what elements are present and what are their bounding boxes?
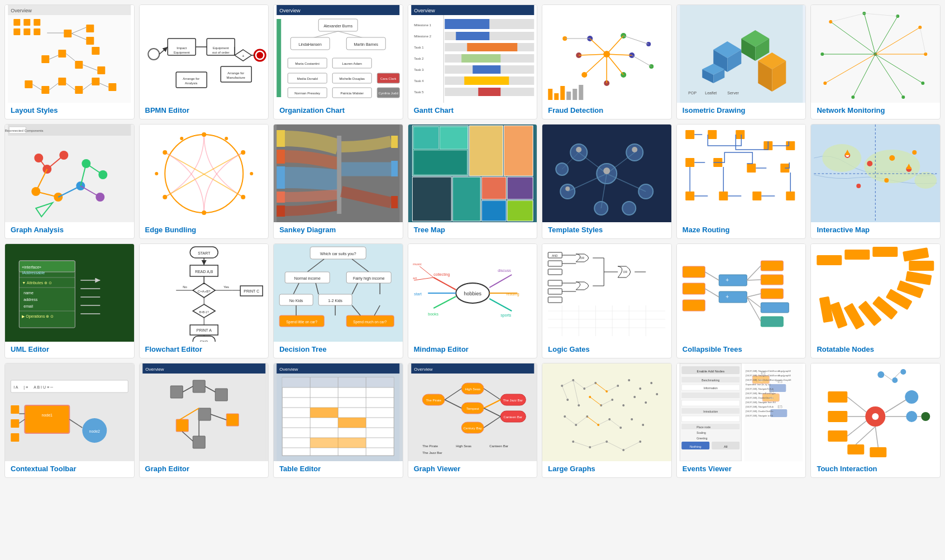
card-label: Contextual Toolbar — [5, 461, 134, 477]
svg-rect-3 — [13, 19, 20, 26]
svg-point-204 — [163, 195, 167, 199]
svg-text:Spend much on car?: Spend much on car? — [353, 320, 386, 324]
svg-point-279 — [885, 178, 889, 183]
card-flowchart-editor[interactable]: START READ A,B C=A+B? Yes No B=B-1? PRIN… — [139, 243, 269, 358]
card-gantt-chart[interactable]: Overview Milestone 1 Milestone — [408, 4, 538, 119]
svg-rect-405 — [761, 261, 783, 271]
svg-point-203 — [163, 150, 167, 155]
svg-text:Yes: Yes — [223, 285, 229, 289]
svg-point-209 — [180, 137, 183, 140]
card-large-graphs[interactable]: Large Graphs — [542, 363, 672, 478]
svg-text:1-2 Kids: 1-2 Kids — [328, 299, 343, 303]
card-layout-styles[interactable]: Overview — [4, 4, 135, 119]
svg-text:Greeting: Greeting — [696, 437, 707, 440]
svg-rect-441 — [11, 419, 19, 428]
svg-rect-479 — [310, 408, 338, 418]
svg-text:▶ Operations ⊕ ⊙: ▶ Operations ⊕ ⊙ — [22, 314, 54, 319]
svg-point-242 — [623, 202, 636, 215]
svg-rect-442 — [11, 433, 19, 442]
svg-rect-454 — [198, 408, 211, 420]
card-graph-editor[interactable]: Overview Graph Editor — [139, 363, 269, 478]
card-label: Template Styles — [542, 222, 671, 238]
svg-text:Enable Add Nodes: Enable Add Nodes — [696, 370, 724, 373]
svg-text:discuss: discuss — [498, 269, 511, 272]
svg-text:email: email — [23, 304, 33, 308]
card-label: Organization Chart — [274, 103, 403, 119]
svg-text:sports: sports — [500, 313, 512, 318]
svg-rect-213 — [276, 130, 285, 147]
card-label: Rotatable Nodes — [811, 342, 940, 358]
svg-text:LindaHansen: LindaHansen — [299, 42, 322, 46]
svg-text:hobbies: hobbies — [464, 291, 481, 296]
svg-rect-219 — [391, 136, 398, 148]
card-rotatable-nodes[interactable]: Rotatable Nodes — [810, 243, 941, 358]
svg-text:POP: POP — [688, 91, 696, 95]
svg-rect-4 — [23, 19, 30, 26]
svg-text:The Jazz Bar: The Jazz Bar — [422, 451, 442, 454]
svg-text:| ≡: | ≡ — [23, 385, 28, 390]
svg-rect-404 — [719, 291, 747, 303]
card-label: Network Monitoring — [811, 103, 940, 119]
svg-text:Martin Barnes: Martin Barnes — [354, 42, 379, 46]
svg-text:node2: node2 — [89, 429, 101, 433]
card-network-monitoring[interactable]: Network Monitoring — [810, 4, 941, 119]
svg-text:[56,97,240]- Navigate to E5: [56,97,240]- Navigate to E5 — [746, 414, 773, 417]
card-interactive-map[interactable]: Interactive Map — [810, 124, 941, 239]
svg-text:Expanded: true (tx, ty, tz): Expanded: true (tx, ty, tz) — [746, 383, 771, 386]
card-mindmap-editor[interactable]: hobbies collecting start books discuss r… — [408, 243, 538, 358]
svg-rect-227 — [452, 177, 480, 221]
svg-text:Benchmarking: Benchmarking — [701, 379, 719, 382]
card-events-viewer[interactable]: Enable Add Nodes Benchmarking Informatio… — [676, 363, 806, 478]
card-fraud-detection[interactable]: Fraud Detection — [542, 4, 672, 119]
svg-text:[56,97,248]- NavigateToSub: [56,97,248]- NavigateToSub — [746, 405, 774, 408]
card-decision-tree[interactable]: Which car suits you? Normal income Fairl… — [273, 243, 403, 358]
svg-point-48 — [256, 52, 263, 59]
svg-rect-230 — [481, 200, 506, 221]
svg-text:Spend little on car?: Spend little on car? — [287, 320, 318, 324]
card-touch-interaction[interactable]: Touch Interaction — [810, 363, 941, 478]
svg-text:Canteen Bar: Canteen Bar — [489, 444, 508, 448]
card-label: Logic Gates — [542, 342, 671, 358]
svg-text:READ A,B: READ A,B — [195, 270, 213, 274]
svg-rect-382 — [548, 297, 562, 303]
svg-text:Overview: Overview — [145, 367, 164, 372]
card-sankey-diagram[interactable]: Sankey Diagram — [273, 124, 403, 239]
svg-point-609 — [872, 413, 879, 420]
svg-rect-406 — [761, 275, 783, 285]
card-label: Tree Map — [408, 222, 537, 238]
card-graph-viewer[interactable]: Overview The Pirate High Seas Tempest Ce… — [408, 363, 538, 478]
svg-text:Equipment: Equipment — [213, 46, 229, 50]
card-bpmn-editor[interactable]: Impact Equipment Equipment out of order … — [139, 4, 269, 119]
svg-text:[56,97,240]- DoubleClickOn: [56,97,240]- DoubleClickOn — [746, 410, 773, 413]
card-maze-routing[interactable]: Maze Routing — [676, 124, 806, 239]
card-edge-bundling[interactable]: Edge Bundling — [139, 124, 269, 239]
svg-text:Equipment: Equipment — [174, 51, 190, 54]
svg-rect-260 — [685, 158, 694, 167]
card-graph-analysis[interactable]: Sample: Biconnected Components — [4, 124, 135, 239]
svg-text:Lauren Adam: Lauren Adam — [342, 62, 362, 65]
card-template-styles[interactable]: Template Styles — [542, 124, 672, 239]
card-tree-map[interactable]: Tree Map — [408, 124, 538, 239]
svg-rect-19 — [97, 66, 105, 74]
card-table-editor[interactable]: Overview Table Editor — [273, 363, 403, 478]
svg-point-621 — [892, 377, 898, 383]
svg-text:The Pirate: The Pirate — [426, 399, 441, 402]
card-label: Maze Routing — [677, 222, 806, 238]
card-isometric-drawing[interactable]: POP Leaflet Server Isometric Drawing — [676, 4, 806, 119]
svg-text:[56,97,248]- NavigatorClickEve: [56,97,248]- NavigatorClickEventArgs{gra… — [746, 374, 791, 377]
card-logic-gates[interactable]: AND OR — [542, 243, 672, 358]
svg-text:Overview: Overview — [279, 367, 298, 372]
card-collapsible-trees[interactable]: + + Collapsible Trees — [676, 243, 806, 358]
svg-text:Manufacture: Manufacture — [226, 76, 245, 79]
card-org-chart[interactable]: Overview Alexander Burns LindaHansen Mar… — [273, 4, 403, 119]
card-uml-editor[interactable]: «interface» IAddressable ▼ Attributes ⊕ … — [4, 243, 135, 358]
card-contextual-toolbar[interactable]: I A | ≡ A B I U ≡ ─ node1 node2 Contextu… — [4, 363, 135, 478]
svg-text:I A: I A — [13, 385, 18, 389]
svg-text:OR: OR — [623, 270, 628, 274]
svg-point-251 — [576, 147, 582, 152]
svg-point-280 — [857, 184, 861, 188]
svg-rect-132 — [555, 93, 559, 100]
svg-text:Leaflet: Leaflet — [705, 91, 717, 95]
svg-rect-374 — [548, 261, 562, 266]
card-label: Large Graphs — [542, 461, 671, 477]
